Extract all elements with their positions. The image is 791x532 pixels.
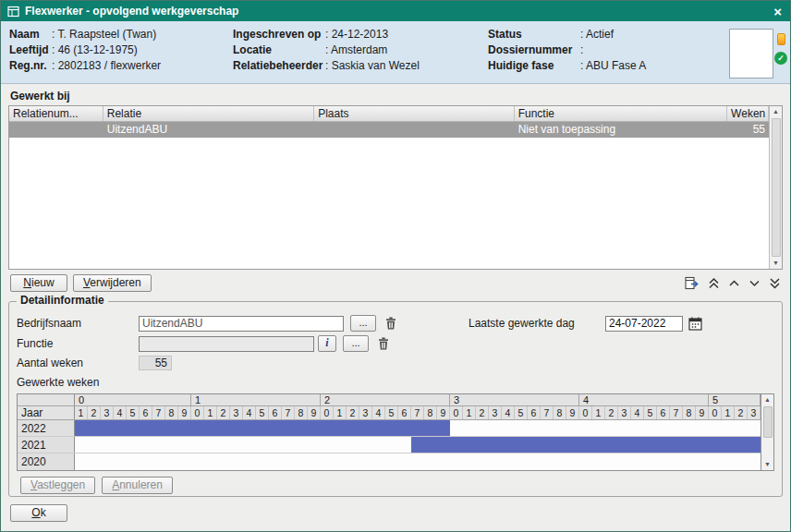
worked-at-table[interactable]: Relatienum...RelatiePlaatsFunctieWeken U…: [8, 105, 783, 270]
scroll-down-icon[interactable]: ▼: [764, 460, 771, 469]
column-header-4[interactable]: Weken: [727, 106, 769, 121]
bedrijfsnaam-input[interactable]: [139, 316, 344, 332]
field-label: Relatiebeheerder: [233, 58, 325, 74]
week-number: 3: [230, 406, 243, 419]
bedrijfsnaam-delete-button[interactable]: [385, 317, 396, 330]
week-number: 4: [243, 406, 256, 419]
week-number: 8: [424, 406, 437, 419]
table-body[interactable]: UitzendABUNiet van toepassing55: [9, 122, 769, 138]
worked-at-row[interactable]: UitzendABUNiet van toepassing55: [9, 122, 769, 138]
week-number: 8: [683, 406, 696, 419]
field-value: : ABU Fase A: [580, 58, 646, 74]
scrollbar-thumb[interactable]: [772, 118, 781, 257]
week-number: 8: [165, 406, 178, 419]
field-label: Dossiernummer: [488, 42, 580, 58]
column-header-3[interactable]: Functie: [515, 106, 727, 121]
week-number: 3: [618, 406, 631, 419]
new-button[interactable]: Nieuw: [10, 274, 67, 292]
week-track[interactable]: [75, 453, 761, 470]
field-label: Reg.nr.: [9, 58, 52, 74]
close-button[interactable]: ×: [772, 5, 784, 18]
save-button[interactable]: Vastleggen: [20, 477, 95, 494]
move-top-icon[interactable]: [708, 276, 720, 290]
week-number: 5: [256, 406, 269, 419]
year-label: 2021: [18, 437, 75, 453]
week-number: 7: [670, 406, 683, 419]
field-label: Status: [488, 27, 580, 42]
week-number: 1: [463, 406, 476, 419]
laatste-gewerkte-dag-label: Laatste gewerkte dag: [469, 317, 605, 330]
week-number: 0: [450, 406, 463, 419]
week-number: 9: [566, 406, 579, 419]
functie-input[interactable]: [139, 336, 314, 352]
field-label: Huidige fase: [488, 58, 580, 74]
flag-orange-icon: [777, 33, 785, 45]
scrollbar-thumb[interactable]: [763, 406, 773, 438]
worked-weeks-grid[interactable]: 012345 Jaar 1234567890123456789012345678…: [17, 393, 774, 471]
column-header-1[interactable]: Relatie: [103, 106, 314, 121]
scroll-up-icon[interactable]: ▲: [764, 395, 771, 405]
week-number: 2: [605, 406, 618, 419]
table-scrollbar[interactable]: ▲ ▼: [769, 106, 782, 269]
scroll-down-icon[interactable]: ▼: [773, 259, 779, 268]
week-number: 4: [502, 406, 515, 419]
functie-info-button[interactable]: i: [318, 335, 336, 352]
week-number: 7: [282, 406, 295, 419]
week-number: 2: [88, 406, 101, 419]
week-number: 6: [140, 406, 152, 419]
column-header-2[interactable]: Plaats: [314, 106, 514, 121]
window-icon: [7, 6, 19, 18]
week-number: 0: [321, 406, 334, 419]
week-number: 6: [398, 406, 411, 419]
week-number: 5: [644, 406, 657, 419]
field-value: :: [580, 42, 583, 58]
week-digits-header: Jaar 12345678901234567890123456789012345…: [18, 406, 761, 420]
delete-button[interactable]: Verwijderen: [73, 274, 152, 292]
week-grid-year-row[interactable]: 2021: [18, 437, 761, 453]
week-number: 8: [295, 406, 308, 419]
field-value: : T. Raapsteel (Twan): [52, 27, 156, 42]
week-tens-header: 012345: [18, 394, 761, 406]
move-bottom-icon[interactable]: [769, 276, 781, 290]
ok-button[interactable]: Ok: [10, 504, 67, 522]
week-tens-label: 3: [450, 394, 579, 405]
week-tens-label: 0: [75, 394, 191, 405]
cell: [314, 122, 514, 138]
field-value: : 24-12-2013: [325, 27, 388, 42]
bedrijfsnaam-browse-button[interactable]: ...: [350, 315, 376, 332]
move-down-icon[interactable]: [748, 276, 761, 290]
date-picker-button[interactable]: [688, 317, 702, 331]
week-number: 2: [476, 406, 489, 419]
week-track[interactable]: [75, 437, 761, 453]
insert-record-icon[interactable]: [685, 276, 700, 290]
week-track[interactable]: [75, 420, 761, 436]
column-header-0[interactable]: Relatienum...: [9, 106, 103, 121]
person-info-panel: Naam: T. Raapsteel (Twan) Leeftijd: 46 (…: [1, 21, 790, 84]
week-grid-year-row[interactable]: 2022: [18, 420, 761, 437]
status-ok-icon: ✓: [774, 52, 787, 65]
week-number: 3: [489, 406, 502, 419]
laatste-gewerkte-dag-input[interactable]: [605, 316, 683, 332]
grid-scrollbar[interactable]: ▲ ▼: [761, 393, 774, 471]
gewerkte-weken-label: Gewerkte weken: [17, 376, 99, 389]
photo-placeholder: [729, 29, 773, 79]
scroll-up-icon[interactable]: ▲: [773, 107, 779, 116]
week-number: 1: [592, 406, 605, 419]
functie-browse-button[interactable]: ...: [343, 335, 369, 352]
grid-corner: [18, 394, 75, 405]
move-up-icon[interactable]: [728, 276, 740, 290]
week-number: 0: [709, 406, 722, 419]
field-value: : Actief: [580, 27, 614, 42]
functie-delete-button[interactable]: [378, 337, 389, 350]
week-tens-label: 1: [191, 394, 321, 405]
week-grid-year-row[interactable]: 2020: [18, 453, 761, 470]
titlebar[interactable]: Flexwerker - opvolgend werkgeverschap ×: [1, 1, 790, 21]
window-title: Flexwerker - opvolgend werkgeverschap: [25, 5, 766, 18]
week-tens-label: 5: [709, 394, 761, 405]
person-info-col-2: Ingeschreven op: 24-12-2013 Locatie: Ams…: [233, 27, 488, 83]
aantal-weken-label: Aantal weken: [17, 357, 139, 369]
year-label: 2022: [18, 420, 75, 436]
week-number: 5: [385, 406, 398, 419]
cancel-button[interactable]: Annuleren: [102, 477, 173, 494]
cell: UitzendABU: [103, 122, 314, 138]
